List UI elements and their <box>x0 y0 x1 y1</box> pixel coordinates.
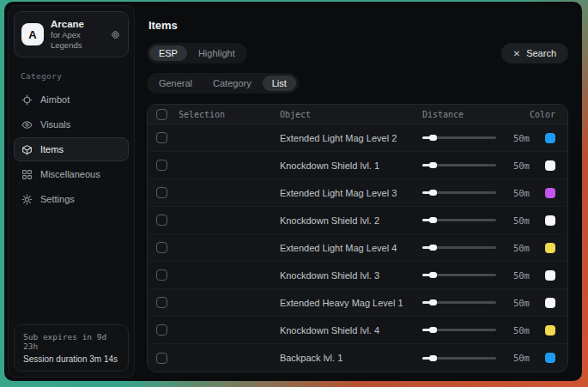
slider-thumb[interactable] <box>429 272 437 278</box>
row-checkbox[interactable] <box>156 215 167 226</box>
color-cell <box>530 188 559 198</box>
color-swatch[interactable] <box>545 160 555 171</box>
row-checkbox[interactable] <box>156 353 167 364</box>
table-row: Backpack lvl. 1 50m <box>148 344 567 372</box>
sidebar-item-miscellaneous[interactable]: Miscellaneous <box>14 162 129 186</box>
object-name: Extended Light Mag Level 3 <box>280 188 422 198</box>
mode-tabs: ESP Highlight <box>147 43 247 63</box>
object-name: Extended Light Mag Level 4 <box>280 243 422 253</box>
distance-cell: 50m <box>422 215 530 226</box>
distance-slider[interactable] <box>422 329 496 331</box>
sidebar-item-label: Items <box>40 144 64 154</box>
slider-thumb[interactable] <box>429 355 437 361</box>
grid-icon <box>21 169 33 180</box>
brand-card: A Arcane for Apex Legends <box>14 11 129 57</box>
column-header-object: Object <box>280 110 422 119</box>
column-header-distance: Distance <box>422 110 530 119</box>
select-all-checkbox[interactable] <box>156 109 167 120</box>
distance-slider[interactable] <box>422 246 496 249</box>
color-swatch[interactable] <box>545 325 555 336</box>
slider-thumb[interactable] <box>429 327 437 333</box>
distance-slider[interactable] <box>422 301 496 304</box>
slider-thumb[interactable] <box>429 245 437 251</box>
search-button[interactable]: ✕ Search <box>501 43 568 63</box>
gear-icon <box>21 194 33 205</box>
color-swatch[interactable] <box>545 243 555 253</box>
tab-list[interactable]: List <box>263 76 296 91</box>
color-cell <box>530 160 559 171</box>
app-name: Arcane <box>51 18 103 30</box>
object-name: Backpack lvl. 1 <box>280 353 422 363</box>
view-tabs: General Category List <box>147 73 299 94</box>
table-header: Selection Object Distance Color <box>148 105 567 124</box>
distance-cell: 50m <box>422 270 530 281</box>
distance-slider[interactable] <box>422 219 496 221</box>
distance-slider[interactable] <box>422 357 496 360</box>
slider-thumb[interactable] <box>429 299 437 305</box>
color-swatch[interactable] <box>545 298 555 308</box>
distance-value: 50m <box>513 353 530 363</box>
object-name: Extended Light Mag Level 2 <box>280 133 422 143</box>
row-checkbox[interactable] <box>156 324 167 336</box>
distance-slider[interactable] <box>422 191 496 194</box>
sidebar-item-label: Aimbot <box>40 94 70 105</box>
x-icon: ✕ <box>513 49 520 58</box>
distance-cell: 50m <box>422 160 530 171</box>
object-name: Extended Heavy Mag Level 1 <box>280 298 422 308</box>
slider-thumb[interactable] <box>429 162 437 168</box>
object-name: Knockdown Shield lvl. 2 <box>280 215 422 226</box>
color-cell <box>530 270 559 281</box>
color-cell <box>530 215 559 226</box>
sidebar-item-visuals[interactable]: Visuals <box>14 112 129 136</box>
distance-cell: 50m <box>422 188 530 198</box>
sidebar-item-items[interactable]: Items <box>14 137 129 161</box>
table-row: Extended Light Mag Level 2 50m <box>148 124 567 152</box>
color-cell <box>530 243 559 253</box>
sidebar-item-label: Settings <box>40 194 75 204</box>
color-swatch[interactable] <box>545 215 555 226</box>
distance-cell: 50m <box>422 243 530 253</box>
distance-value: 50m <box>513 133 530 143</box>
tab-highlight[interactable]: Highlight <box>189 45 245 61</box>
table-row: Knockdown Shield lvl. 4 50m <box>148 317 567 344</box>
distance-slider[interactable] <box>422 136 496 139</box>
color-swatch[interactable] <box>545 188 555 198</box>
tab-category[interactable]: Category <box>203 76 261 91</box>
distance-cell: 50m <box>422 325 530 336</box>
row-checkbox[interactable] <box>156 160 167 171</box>
table-row: Knockdown Shield lvl. 3 50m <box>148 262 567 289</box>
app-subtitle: for Apex Legends <box>51 30 103 51</box>
distance-cell: 50m <box>422 133 530 143</box>
row-checkbox[interactable] <box>156 187 167 198</box>
sidebar-item-aimbot[interactable]: Aimbot <box>14 88 129 112</box>
color-cell <box>530 325 559 336</box>
distance-value: 50m <box>513 325 530 336</box>
distance-value: 50m <box>513 160 530 171</box>
row-checkbox[interactable] <box>156 242 167 253</box>
target-icon[interactable] <box>110 29 121 40</box>
color-swatch[interactable] <box>545 353 555 363</box>
row-checkbox[interactable] <box>156 297 167 308</box>
color-swatch[interactable] <box>545 270 555 281</box>
slider-thumb[interactable] <box>429 217 437 223</box>
object-name: Knockdown Shield lvl. 4 <box>280 325 422 336</box>
sidebar-item-settings[interactable]: Settings <box>14 187 129 211</box>
row-checkbox[interactable] <box>156 269 167 281</box>
column-header-color: Color <box>530 110 559 119</box>
distance-slider[interactable] <box>422 164 496 166</box>
crosshair-icon <box>21 94 33 106</box>
app-window: A Arcane for Apex Legends Category Aimbo… <box>4 2 582 381</box>
slider-thumb[interactable] <box>429 135 437 141</box>
distance-value: 50m <box>513 298 530 308</box>
slider-thumb[interactable] <box>429 190 437 196</box>
session-duration-text: Session duration 3m 14s <box>23 354 119 364</box>
app-logo: A <box>21 23 44 45</box>
distance-slider[interactable] <box>422 274 496 276</box>
sidebar-item-label: Visuals <box>40 119 70 130</box>
color-swatch[interactable] <box>545 133 555 143</box>
table-row: Extended Light Mag Level 3 50m <box>148 179 567 207</box>
table-row: Extended Heavy Mag Level 1 50m <box>148 289 567 317</box>
tab-general[interactable]: General <box>149 76 202 91</box>
row-checkbox[interactable] <box>156 132 167 143</box>
tab-esp[interactable]: ESP <box>149 45 187 61</box>
